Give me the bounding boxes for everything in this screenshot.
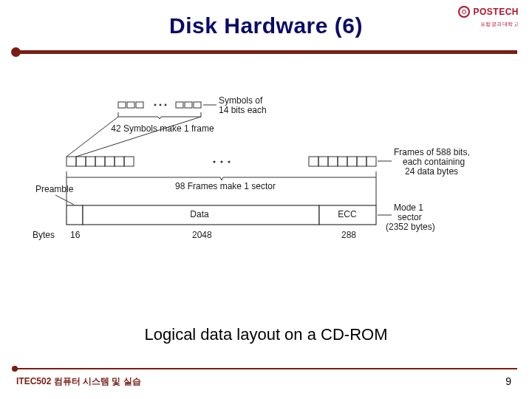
svg-rect-22 [309,157,318,166]
svg-rect-15 [95,157,105,166]
svg-point-5 [165,104,167,106]
svg-rect-13 [76,157,86,166]
footer-page: 9 [505,375,511,387]
preamble-label: Preamble [35,185,73,195]
bytes-label: Bytes [33,231,55,241]
svg-rect-18 [124,157,134,166]
svg-rect-7 [185,102,192,108]
svg-rect-8 [194,102,201,108]
svg-rect-1 [127,102,134,108]
svg-point-20 [220,160,222,163]
svg-rect-28 [366,157,376,166]
svg-rect-6 [176,102,183,108]
top-divider [15,50,517,54]
svg-rect-14 [86,157,95,166]
bytes-data: 2048 [192,231,212,241]
figure-caption: Logical data layout on a CD-ROM [0,325,532,344]
frames-per-sector: 98 Frames make 1 sector [140,182,310,192]
cdrom-layout-diagram: Symbols of 14 bits each 42 Symbols make … [52,96,484,270]
svg-rect-24 [328,157,338,166]
svg-line-35 [55,195,74,205]
svg-rect-25 [338,157,347,166]
slide-title: Disk Hardware (6) [0,13,532,38]
ecc-label: ECC [325,210,369,220]
footer-course: ITEC502 컴퓨터 시스템 및 실습 [16,375,141,388]
brand-text: POSTECH [473,7,519,17]
svg-point-3 [154,104,157,106]
bytes-preamble: 16 [70,231,80,241]
frames-label-l3: 24 data bytes [405,167,458,177]
data-label: Data [163,210,236,220]
svg-point-4 [160,104,162,106]
svg-rect-16 [105,157,115,166]
mode1-l3: (2352 bytes) [386,222,435,233]
crest-icon [458,6,470,18]
brand-subtext: 포항공과대학교 [480,21,519,28]
svg-rect-27 [357,157,366,166]
symbols-per-frame: 42 Symbols make 1 frame [96,124,229,134]
svg-rect-17 [115,157,124,166]
brand-logo: POSTECH 포항공과대학교 [458,6,519,18]
bottom-divider [15,368,517,369]
svg-point-19 [213,160,215,163]
svg-rect-12 [66,157,76,166]
svg-point-21 [228,160,230,163]
svg-rect-32 [66,205,83,225]
bytes-ecc: 288 [341,231,356,241]
svg-rect-2 [136,102,143,108]
symbols-label-l2: 14 bits each [219,106,267,116]
svg-rect-23 [318,157,328,166]
svg-rect-26 [347,157,357,166]
svg-rect-0 [118,102,126,108]
